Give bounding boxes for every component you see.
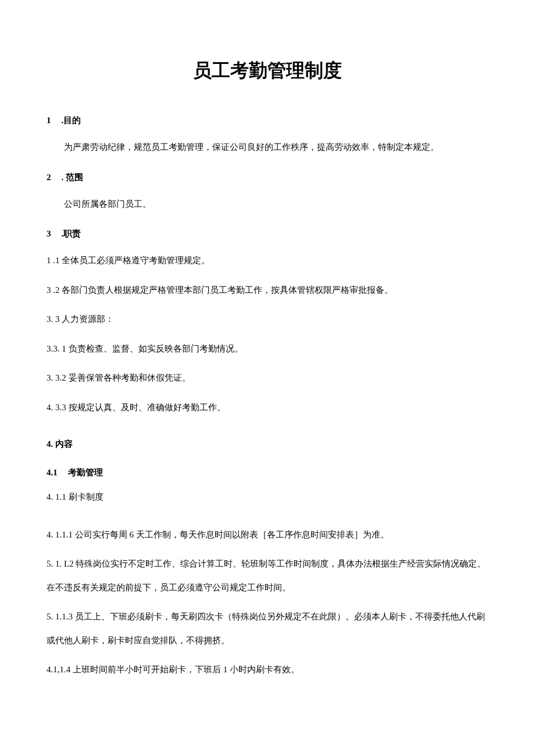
section-4-p3b: 在不违反有关规定的前提下，员工必须遵守公司规定工作时间。 <box>47 579 488 596</box>
section-2-body: 公司所属各部门员工。 <box>47 196 488 213</box>
section-4-1-heading: 4.1考勤管理 <box>47 467 488 478</box>
section-4-1-num: 4.1 <box>47 468 58 478</box>
document-title: 员工考勤管理制度 <box>47 58 488 84</box>
section-4-1-label: 考勤管理 <box>68 468 103 477</box>
section-4-p3: 5. 1. L2 特殊岗位实行不定时工作、综合计算工时、轮班制等工作时间制度，具… <box>47 556 488 572</box>
section-4-p1: 4. 1.1 刷卡制度 <box>47 489 488 506</box>
section-2-heading: 2. 范围 <box>47 170 488 185</box>
section-1-heading: 1.目的 <box>47 113 488 128</box>
section-3-p4: 3.3. 1 负责检查、监督、如实反映各部门考勤情况。 <box>47 341 488 357</box>
section-3-p6: 4. 3.3 按规定认真、及时、准确做好考勤工作。 <box>47 399 488 416</box>
section-4-heading: 4. 内容 <box>47 439 488 450</box>
section-1-body: 为严肃劳动纪律，规范员工考勤管理，保证公司良好的工作秩序，提高劳动效率，特制定本… <box>47 139 488 156</box>
section-2-label: . 范围 <box>62 173 84 182</box>
section-1-label: .目的 <box>62 116 81 125</box>
section-2-num: 2 <box>47 170 51 185</box>
section-4-p5: 4.1,1.4 上班时间前半小时可开始刷卡，下班后 1 小时内刷卡有效。 <box>47 661 488 678</box>
section-3-p2: 3 .2 各部门负责人根据规定严格管理本部门员工考勤工作，按具体管辖权限严格审批… <box>47 282 488 299</box>
section-3-heading: 3.职责 <box>47 226 488 242</box>
section-4-p2: 4. 1.1.1 公司实行每周 6 天工作制，每天作息时间以附表［各工序作息时间… <box>47 526 488 543</box>
section-4-p4b: 或代他人刷卡，刷卡时应自觉排队，不得拥挤。 <box>47 632 488 649</box>
section-3-p1: 1 .1 全体员工必须严格遵守考勤管理规定。 <box>47 252 488 269</box>
section-1-num: 1 <box>47 113 51 128</box>
section-3-num: 3 <box>47 226 51 242</box>
section-3-p5: 3. 3.2 妥善保管各种考勤和休假凭证。 <box>47 370 488 386</box>
document-page: 员工考勤管理制度 1.目的 为严肃劳动纪律，规范员工考勤管理，保证公司良好的工作… <box>0 0 535 726</box>
section-3-p3: 3. 3 人力资源部： <box>47 311 488 328</box>
section-4-p4: 5. 1.1.3 员工上、下班必须刷卡，每天刷四次卡（特殊岗位另外规定不在此限）… <box>47 608 488 625</box>
section-3-label: .职责 <box>62 229 81 238</box>
